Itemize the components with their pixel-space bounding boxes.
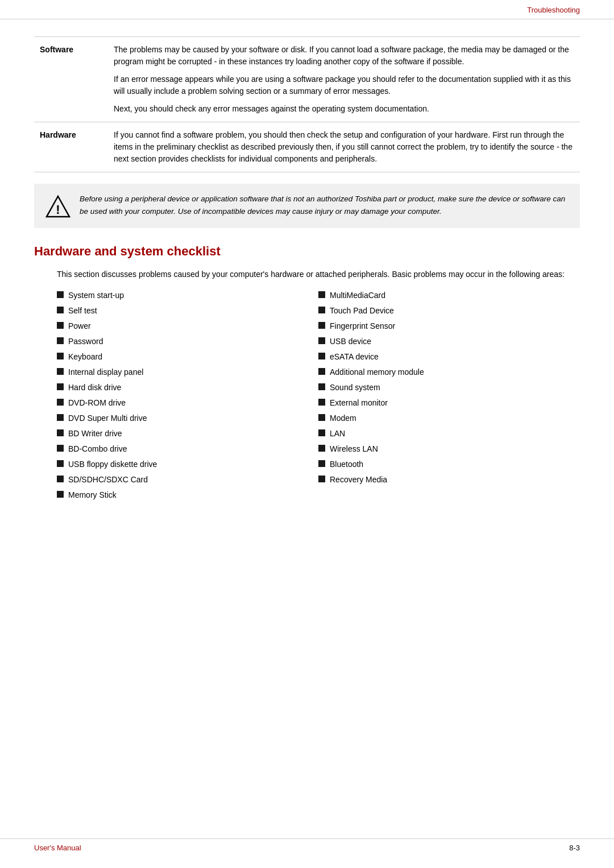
list-item: Hard disk drive [57,382,318,394]
row-content: The problems may be caused by your softw… [108,37,580,122]
row-paragraph: If an error message appears while you ar… [114,73,574,97]
table-row: HardwareIf you cannot find a software pr… [34,122,580,172]
list-item: Sound system [318,382,580,394]
svg-text:!: ! [56,202,60,217]
list-item: Fingerprint Sensor [318,320,580,332]
footer-left: User's Manual [34,844,81,852]
header-title: Troubleshooting [527,6,580,14]
bullet-icon [318,460,325,467]
list-item-text: DVD Super Multi drive [68,412,147,424]
list-item: Additional memory module [318,366,580,378]
row-content: If you cannot find a software problem, y… [108,122,580,172]
bullet-icon [318,291,325,298]
section-intro: This section discusses problems caused b… [34,268,580,280]
bullet-icon [57,383,64,390]
section-heading: Hardware and system checklist [34,244,580,259]
bullet-icon [57,476,64,482]
list-item-text: DVD-ROM drive [68,397,126,409]
checklist-container: System start-upSelf testPowerPasswordKey… [34,290,580,505]
row-label: Software [34,37,108,122]
list-item-text: USB floppy diskette drive [68,458,157,470]
page-header: Troubleshooting [0,0,614,19]
bullet-icon [57,307,64,313]
bullet-icon [57,368,64,375]
list-item: Internal display panel [57,366,318,378]
list-item-text: SD/SDHC/SDXC Card [68,474,148,486]
list-item: USB device [318,336,580,348]
bullet-icon [318,399,325,406]
bullet-icon [57,322,64,329]
list-item-text: Recovery Media [330,474,387,486]
list-item: Bluetooth [318,458,580,470]
bullet-icon [318,476,325,482]
bullet-icon [57,353,64,359]
list-item: Recovery Media [318,474,580,486]
list-item: External monitor [318,397,580,409]
list-item-text: LAN [330,428,345,440]
page-footer: User's Manual 8-3 [0,838,614,857]
list-item-text: MultiMediaCard [330,290,385,301]
bullet-icon [57,491,64,498]
row-label: Hardware [34,122,108,172]
row-paragraph: Next, you should check any error message… [114,103,574,115]
bullet-icon [57,414,64,421]
bullet-icon [318,337,325,344]
list-item: Self test [57,305,318,317]
list-item: Password [57,336,318,348]
bullet-icon [318,353,325,359]
list-item-text: Hard disk drive [68,382,121,394]
list-item: DVD Super Multi drive [57,412,318,424]
list-item-text: Power [68,320,91,332]
list-item: LAN [318,428,580,440]
list-item-text: Keyboard [68,351,102,363]
list-item: BD-Combo drive [57,443,318,455]
table-row: SoftwareThe problems may be caused by yo… [34,37,580,122]
main-content: SoftwareThe problems may be caused by yo… [0,19,614,505]
list-item-text: Additional memory module [330,366,424,378]
list-item: Wireless LAN [318,443,580,455]
list-item-text: Modem [330,412,356,424]
bullet-icon [318,429,325,436]
list-item: MultiMediaCard [318,290,580,301]
warning-icon: ! [45,194,70,219]
bullet-icon [57,429,64,436]
list-item-text: Internal display panel [68,366,143,378]
list-item-text: USB device [330,336,371,348]
list-item: Power [57,320,318,332]
list-item: Keyboard [57,351,318,363]
list-item: USB floppy diskette drive [57,458,318,470]
list-item-text: Self test [68,305,97,317]
list-item-text: eSATA device [330,351,379,363]
warning-box: ! Before using a peripheral device or ap… [34,184,580,228]
bullet-icon [318,307,325,313]
list-item: DVD-ROM drive [57,397,318,409]
row-paragraph: If you cannot find a software problem, y… [114,129,574,165]
checklist-left-col: System start-upSelf testPowerPasswordKey… [57,290,318,505]
list-item: BD Writer drive [57,428,318,440]
list-item-text: System start-up [68,290,124,301]
checklist-right-col: MultiMediaCardTouch Pad DeviceFingerprin… [318,290,580,505]
bullet-icon [318,383,325,390]
list-item: SD/SDHC/SDXC Card [57,474,318,486]
bullet-icon [57,445,64,452]
list-item-text: Bluetooth [330,458,363,470]
bullet-icon [57,291,64,298]
bullet-icon [57,337,64,344]
list-item-text: Wireless LAN [330,443,378,455]
list-item: eSATA device [318,351,580,363]
list-item: System start-up [57,290,318,301]
list-item: Modem [318,412,580,424]
bullet-icon [318,414,325,421]
page-container: Troubleshooting SoftwareThe problems may… [0,0,614,868]
list-item: Touch Pad Device [318,305,580,317]
footer-right: 8-3 [569,844,580,852]
list-item-text: Touch Pad Device [330,305,394,317]
list-item: Memory Stick [57,489,318,501]
list-item-text: External monitor [330,397,388,409]
bullet-icon [318,322,325,329]
list-item-text: Fingerprint Sensor [330,320,395,332]
bullet-icon [57,460,64,467]
list-item-text: Sound system [330,382,380,394]
info-table: SoftwareThe problems may be caused by yo… [34,36,580,172]
bullet-icon [57,399,64,406]
